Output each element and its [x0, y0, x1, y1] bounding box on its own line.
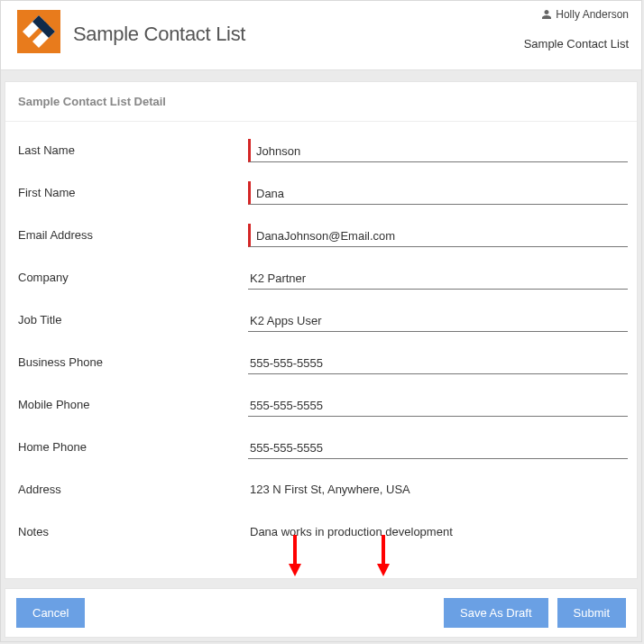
- job-title-input[interactable]: [248, 310, 628, 331]
- label-business-phone: Business Phone: [18, 355, 248, 369]
- last-name-input[interactable]: [254, 141, 628, 161]
- label-notes: Notes: [18, 525, 248, 538]
- email-input[interactable]: [254, 225, 628, 246]
- company-input[interactable]: [248, 268, 628, 289]
- page-title: Sample Contact List: [73, 23, 245, 46]
- cancel-button[interactable]: Cancel: [16, 598, 85, 628]
- first-name-input[interactable]: [254, 183, 628, 204]
- breadcrumb[interactable]: Sample Contact List: [524, 37, 629, 51]
- label-address: Address: [18, 483, 248, 496]
- mobile-phone-input[interactable]: [248, 395, 628, 416]
- user-indicator[interactable]: Holly Anderson: [541, 8, 629, 21]
- header: Sample Contact List Holly Anderson Sampl…: [1, 1, 641, 70]
- submit-button[interactable]: Submit: [557, 598, 626, 628]
- label-email: Email Address: [18, 228, 248, 242]
- notes-value[interactable]: Dana works in production development: [248, 521, 628, 542]
- save-as-draft-button[interactable]: Save As Draft: [444, 598, 547, 628]
- label-home-phone: Home Phone: [18, 440, 248, 454]
- label-company: Company: [18, 271, 248, 284]
- app-logo: [17, 10, 60, 53]
- user-icon: [541, 9, 552, 20]
- address-value[interactable]: 123 N First St, Anywhere, USA: [248, 479, 628, 500]
- panel-title: Sample Contact List Detail: [5, 82, 637, 122]
- detail-panel: Sample Contact List Detail Last Name Fir…: [5, 81, 638, 579]
- contact-form: Last Name First Name Email Address Compa…: [5, 122, 637, 553]
- home-phone-input[interactable]: [248, 437, 628, 458]
- label-job-title: Job Title: [18, 313, 248, 327]
- user-name: Holly Anderson: [556, 8, 629, 21]
- footer-toolbar: Cancel Save As Draft Submit: [5, 588, 638, 638]
- label-last-name: Last Name: [18, 143, 248, 157]
- business-phone-input[interactable]: [248, 353, 628, 373]
- label-first-name: First Name: [18, 186, 248, 199]
- label-mobile-phone: Mobile Phone: [18, 398, 248, 411]
